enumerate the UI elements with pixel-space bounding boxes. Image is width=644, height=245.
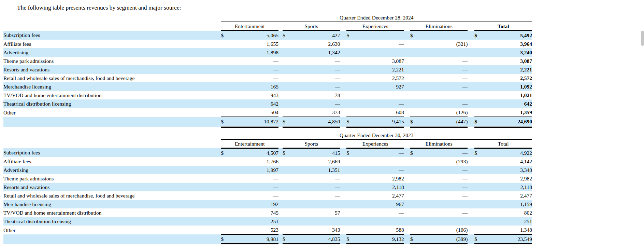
value-cell: 523 [233, 226, 278, 234]
column-gap [404, 139, 410, 148]
value-cell: — [233, 183, 278, 191]
value-cell: (447) [422, 117, 468, 127]
row-label: Subscription fees [3, 148, 221, 158]
value-cell: — [358, 208, 404, 217]
corner-cell [3, 14, 221, 22]
dollar-cell: $ [410, 234, 422, 244]
column-gap [340, 191, 346, 200]
value-cell: — [233, 57, 278, 65]
dollar-cell [221, 57, 233, 65]
dollar-cell: $ [410, 117, 422, 127]
column-header-entertainment: Entertainment [221, 22, 278, 31]
dollar-cell [346, 217, 358, 226]
row-label [3, 117, 221, 127]
dollar-cell [283, 217, 294, 226]
value-cell: 3,087 [486, 57, 532, 65]
dollar-cell [283, 183, 294, 191]
document-page: The following table presents revenues by… [0, 0, 644, 245]
table-row: Other504373608(126)1,359 [3, 108, 532, 117]
column-gap [278, 108, 283, 117]
table-row: Theme park admissions——3,087—3,087 [3, 57, 532, 65]
value-cell: 927 [358, 82, 404, 91]
dollar-cell: $ [283, 234, 294, 244]
dollar-cell: $ [221, 117, 233, 127]
column-gap [278, 57, 283, 65]
value-cell: — [422, 91, 468, 99]
dollar-cell: $ [474, 234, 486, 244]
dollar-cell [221, 99, 233, 108]
value-cell: — [294, 82, 340, 91]
dollar-cell [221, 91, 233, 99]
value-cell: 251 [486, 217, 532, 226]
value-cell: 1,342 [294, 48, 340, 57]
corner-cell [3, 22, 221, 31]
column-gap [468, 74, 474, 82]
column-gap [340, 157, 346, 166]
column-gap [468, 166, 474, 174]
column-gap [404, 99, 410, 108]
dollar-cell [221, 82, 233, 91]
value-cell: — [294, 57, 340, 65]
value-cell: — [422, 65, 468, 74]
vertical-scrollbar-thumb[interactable] [641, 31, 644, 46]
table-row: Merchandise licensing192—967—1,159 [3, 200, 532, 208]
dollar-cell: $ [283, 31, 294, 40]
column-gap [404, 117, 410, 127]
column-header-eliminations: Eliminations [410, 139, 468, 148]
column-gap [340, 57, 346, 65]
intro-text: The following table presents revenues by… [17, 4, 644, 11]
column-gap [278, 91, 283, 99]
value-cell: — [233, 65, 278, 74]
value-cell: — [422, 166, 468, 174]
value-cell: — [233, 191, 278, 200]
dollar-cell [474, 99, 486, 108]
dollar-cell [346, 65, 358, 74]
column-gap [278, 183, 283, 191]
value-cell: 642 [486, 99, 532, 108]
column-gap [340, 65, 346, 74]
column-gap [404, 22, 410, 31]
dollar-cell [221, 191, 233, 200]
dollar-cell [474, 183, 486, 191]
value-cell: — [233, 74, 278, 82]
dollar-cell [410, 40, 422, 48]
row-label: Merchandise licensing [3, 200, 221, 208]
value-cell: 9,981 [233, 234, 278, 244]
column-header-entertainment: Entertainment [221, 139, 278, 148]
value-cell: 2,477 [486, 191, 532, 200]
dollar-cell [410, 166, 422, 174]
column-gap [404, 183, 410, 191]
dollar-cell: $ [346, 31, 358, 40]
column-gap [404, 191, 410, 200]
row-label: TV/VOD and home entertainment distributi… [3, 208, 221, 217]
column-header-sports: Sports [283, 139, 340, 148]
column-gap [468, 148, 474, 158]
value-cell: 10,872 [233, 117, 278, 127]
table-row: Theatrical distribution licensing642———6… [3, 99, 532, 108]
dollar-cell [474, 48, 486, 57]
column-gap [340, 117, 346, 127]
dollar-cell [221, 65, 233, 74]
dollar-cell [474, 65, 486, 74]
dollar-cell [221, 200, 233, 208]
column-header-total: Total [474, 139, 532, 148]
value-cell: 5,492 [486, 31, 532, 40]
column-gap [404, 148, 410, 158]
dollar-cell [283, 99, 294, 108]
dollar-cell [346, 108, 358, 117]
column-header-sports: Sports [283, 22, 340, 31]
row-label: Retail and wholesale sales of merchandis… [3, 74, 221, 82]
column-gap [404, 226, 410, 234]
dollar-cell [410, 65, 422, 74]
value-cell: 4,835 [294, 234, 340, 244]
dollar-cell [346, 82, 358, 91]
dollar-cell [410, 91, 422, 99]
column-gap [468, 65, 474, 74]
value-cell: — [422, 48, 468, 57]
value-cell: 23,549 [486, 234, 532, 244]
column-gap [404, 74, 410, 82]
column-gap [278, 166, 283, 174]
value-cell: — [422, 148, 468, 158]
dollar-cell [221, 48, 233, 57]
dollar-cell [474, 217, 486, 226]
